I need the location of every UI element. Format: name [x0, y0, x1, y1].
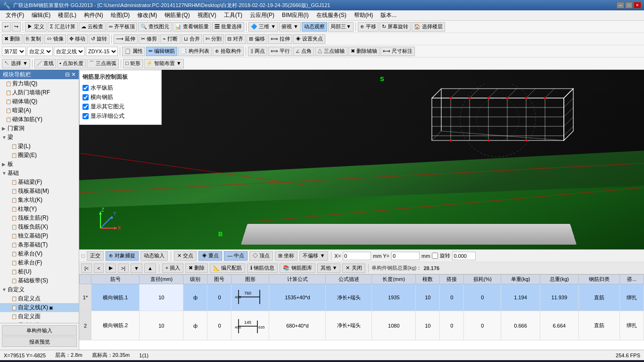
nav-item-custom[interactable]: ▼自定义 [0, 285, 79, 294]
btn-nav-prev[interactable]: < [94, 263, 103, 273]
toolbar-component-list[interactable]: 📑 构件列表 [178, 47, 212, 56]
toolbar-redo[interactable]: ↪ [12, 22, 21, 32]
btn-nav-first[interactable]: |< [81, 263, 92, 273]
btn-object-snap[interactable]: ⊕ 对象捕捉 [106, 251, 139, 261]
toolbar-select[interactable]: ↖ 选择 ▼ [2, 59, 30, 68]
toolbar-undo[interactable]: ↩ [2, 22, 11, 32]
menu-tools[interactable]: 工具(T) [220, 10, 246, 20]
y-input[interactable] [391, 252, 420, 260]
btn-other[interactable]: 其他 ▼ [317, 263, 341, 273]
nav-item-masonry-wall[interactable]: 📋砌体墙(Q) [0, 97, 79, 106]
nav-item-isolated-found[interactable]: 📋独立基础(P) [0, 231, 79, 240]
toolbar-3d[interactable]: 🔷 三维 ▼ [248, 22, 278, 32]
nav-controls[interactable]: ⊟ ✕ [65, 71, 76, 78]
menu-bim[interactable]: BIM应用(I) [278, 10, 313, 20]
toolbar-merge[interactable]: ⊔ 合并 [182, 34, 202, 44]
nav-item-pile-bearing[interactable]: 📋桩承台(F) [0, 258, 79, 267]
nav-item-custom-line[interactable]: 📋自定义线(X) ▣ [0, 303, 79, 312]
window-controls[interactable]: ─ □ ✕ [617, 2, 641, 8]
check-show-formula[interactable] [83, 113, 89, 119]
rebar-table-container[interactable]: 筋号 直径(mm) 级别 图号 图形 计算公式 公式描述 长度(mm) 根数 搭… [79, 274, 644, 350]
table-row[interactable]: 1* 横向钢筋.1 10 ф 0 760 [80, 284, 644, 311]
toolbar-extend[interactable]: ⟶ 延伸 [114, 34, 138, 44]
btn-rebar-info[interactable]: ℹ 钢筋信息 [247, 263, 278, 273]
rotate-input[interactable] [452, 252, 476, 260]
toolbar-delete[interactable]: ✖ 删除 [2, 34, 23, 44]
linetype-select[interactable]: 自定义线 [54, 47, 85, 56]
menu-help[interactable]: 帮助(H) [350, 10, 377, 20]
nav-item-pile[interactable]: 📋桩(U) [0, 267, 79, 276]
toolbar-stretch[interactable]: ⟺ 拉伸 [268, 34, 292, 44]
report-preview-btn[interactable]: 报表预览 [2, 337, 77, 347]
toolbar-point-len[interactable]: • 点加长度 [57, 59, 86, 68]
menu-file[interactable]: 文件(F) [2, 10, 28, 20]
checkbox-show-formula[interactable]: 显示详细公式 [83, 112, 158, 120]
toolbar-batch[interactable]: ☰ 批量选择 [212, 22, 244, 32]
menu-draw[interactable]: 绘图(D) [107, 10, 134, 20]
single-component-btn[interactable]: 单构件输入 [2, 325, 77, 336]
btn-del-rebar[interactable]: ✖ 删除 [185, 263, 208, 273]
menu-online[interactable]: 在线服务(S) [313, 10, 350, 20]
menu-view[interactable]: 视图(V) [194, 10, 220, 20]
btn-close-rebar[interactable]: ✕ 关闭 [342, 263, 365, 273]
toolbar-grip[interactable]: ◈ 设置夹点 [293, 34, 325, 44]
menu-component[interactable]: 构件(N) [80, 10, 107, 20]
toolbar-offset[interactable]: ⊞ 偏移 [247, 34, 267, 44]
check-lateral-rebar[interactable] [83, 94, 89, 100]
menu-rebar-qty[interactable]: 钢筋量(Q) [161, 10, 193, 20]
toolbar-edit-rebar[interactable]: ✏ 编辑钢筋 [146, 47, 177, 56]
nav-item-strip-found[interactable]: 📋条形基础(T) [0, 240, 79, 249]
toolbar-break[interactable]: ⌁ 打断 [160, 34, 180, 44]
toolbar-select-floor[interactable]: 🏠 选择楼层 [412, 22, 445, 32]
toolbar-calc[interactable]: Σ 汇总计算 [48, 22, 78, 32]
nav-item-foundation-beam[interactable]: 📋基础梁(F) [0, 178, 79, 187]
btn-nav-play[interactable]: ▶ [106, 263, 116, 273]
nav-item-foundation[interactable]: ▼基础 [0, 169, 79, 178]
checkbox-lateral[interactable]: 横向钢筋 [83, 93, 158, 101]
toolbar-pan[interactable]: ⊕ 平移 [358, 22, 379, 32]
toolbar-property[interactable]: 📋 属性 [122, 47, 145, 56]
toolbar-local[interactable]: 局部三▼ [328, 22, 354, 32]
layer-select[interactable]: 第7层 [2, 47, 26, 56]
nav-item-shear-wall[interactable]: 📋剪力墙(Q) [0, 79, 79, 88]
zdyx-select[interactable]: ZDYX-15 [86, 47, 118, 56]
nav-item-raft-main-rebar[interactable]: 📋筏板主筋(R) [0, 214, 79, 222]
nav-item-beam-l[interactable]: 📋梁(L) [0, 142, 79, 151]
close-button[interactable]: ✕ [634, 2, 641, 8]
btn-rebar-lib[interactable]: 📚 钢筋图库 [280, 263, 315, 273]
rotate-checkbox[interactable] [432, 253, 438, 259]
nav-item-found-band[interactable]: 📋基础板带(S) [0, 276, 79, 285]
nav-item-raft[interactable]: 📋筏板基础(M) [0, 187, 79, 196]
nav-item-pile-cap[interactable]: 📋桩承台(V) [0, 249, 79, 258]
checkbox-show-other[interactable]: 显示其它图元 [83, 103, 158, 111]
toolbar-find[interactable]: 🔍 查找图元 [138, 22, 172, 32]
toolbar-cloud-check[interactable]: ☁ 云检查 [79, 22, 106, 32]
maximize-button[interactable]: □ [625, 2, 633, 8]
toolbar-del-aux[interactable]: ✖ 删除辅轴 [348, 47, 380, 56]
toolbar-move[interactable]: ✥ 移动 [67, 34, 88, 44]
btn-snap-vertex[interactable]: ◇ 顶点 [249, 251, 273, 261]
btn-snap-midpoint[interactable]: ◈ 重点 [198, 251, 222, 261]
menu-version[interactable]: 版本... [377, 10, 400, 20]
btn-nav-up[interactable]: ▲ [144, 263, 156, 273]
table-row[interactable]: 2 横向钢筋.2 10 ф 0 145 [80, 311, 644, 340]
toolbar-dynamic-view[interactable]: 动态观察 [302, 22, 327, 32]
toolbar-view-rebar[interactable]: 📊 查看钢筋量 [173, 22, 211, 32]
minimize-button[interactable]: ─ [617, 2, 624, 8]
nav-item-custom-face[interactable]: 📋自定义面 [0, 312, 79, 321]
menu-edit[interactable]: 编辑(E) [28, 10, 54, 20]
toolbar-arc[interactable]: ⌒ 三点画弧 [87, 59, 119, 68]
nav-item-slab[interactable]: ▶板 [0, 160, 79, 169]
nav-item-openings[interactable]: ▶门窗洞 [0, 124, 79, 133]
btn-no-offset[interactable]: 不偏移 ▼ [299, 251, 328, 261]
toolbar-screen-rotate[interactable]: ↻ 屏幕旋转 [380, 22, 411, 32]
toolbar-mirror[interactable]: ⇔ 镜像 [44, 34, 66, 44]
btn-snap-mid[interactable]: — 中点 [224, 251, 248, 261]
toolbar-three-aux[interactable]: △ 三点辅轴 [315, 47, 347, 56]
toolbar-parallel[interactable]: ⟺ 平行 [268, 47, 292, 56]
x-input[interactable] [343, 252, 371, 260]
btn-scale-rebar[interactable]: 📐 编尺配筋 [210, 263, 245, 273]
toolbar-split[interactable]: ✄ 分割 [203, 34, 224, 44]
btn-nav-next[interactable]: >| [118, 263, 129, 273]
checkbox-horizontal[interactable]: 水平纵筋 [83, 84, 158, 92]
